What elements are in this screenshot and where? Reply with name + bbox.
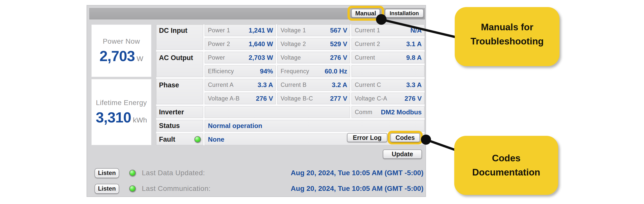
manual-button[interactable]: Manual xyxy=(351,9,380,18)
last-data-updated-value: Aug 20, 2024, Tue 10:05 AM (GMT -5:00) xyxy=(291,169,423,177)
listen-button-communication[interactable]: Listen xyxy=(95,184,119,194)
lifetime-energy-card: Lifetime Energy 3,310 kWh xyxy=(91,79,151,145)
error-log-button[interactable]: Error Log xyxy=(347,133,387,142)
metric-cell-voltage-2: Voltage 2 529 V xyxy=(277,38,350,50)
fault-ok-led-icon xyxy=(194,136,201,143)
fault-value: None xyxy=(208,136,224,143)
last-communication-label: Last Communication: xyxy=(142,185,211,193)
metric-cell-frequency: Frequency 60.0 Hz xyxy=(277,65,350,77)
metric-cell-ac-voltage: Voltage 276 V xyxy=(277,52,350,63)
installation-button[interactable]: Installation xyxy=(385,9,424,18)
metric-cell-ac-power: Power 2,703 W xyxy=(205,52,276,63)
power-now-card: Power Now 2,703 W xyxy=(91,24,151,77)
listen-button-data-updated[interactable]: Listen xyxy=(95,168,119,178)
power-now-title: Power Now xyxy=(103,37,140,45)
status-value: Normal operation xyxy=(208,122,262,130)
section-label-inverter: Inverter xyxy=(156,106,203,118)
metric-cell-power-2: Power 2 1,640 W xyxy=(205,38,276,50)
metric-cell-current-c: Current C 3.3 A xyxy=(352,79,424,91)
lifetime-energy-unit: kWh xyxy=(133,116,147,124)
lifetime-energy-title: Lifetime Energy xyxy=(96,99,147,107)
codes-callout-bubble: Codes Documentation xyxy=(454,136,558,195)
metric-cell-current-a: Current A 3.3 A xyxy=(205,79,276,91)
status-value-cell: Normal operation xyxy=(205,120,424,132)
last-communication-row: Listen Last Communication: Aug 20, 2024,… xyxy=(95,184,423,194)
metric-cell-ac-current: Current 9.8 A xyxy=(352,52,424,63)
metric-cell-voltage-ca: Voltage C-A 276 V xyxy=(352,93,424,104)
communication-led-icon xyxy=(129,185,136,192)
metric-cell-current-b: Current B 3.2 A xyxy=(277,79,350,91)
metric-cell-current-2: Current 2 3.1 A xyxy=(352,38,424,50)
section-label-ac-output: AC Output xyxy=(156,52,203,77)
codes-button[interactable]: Codes xyxy=(390,133,420,142)
manual-callout-bubble: Manuals for Troubleshooting xyxy=(455,7,559,66)
section-label-phase: Phase xyxy=(156,79,203,104)
data-updated-led-icon xyxy=(129,170,136,176)
section-label-status: Status xyxy=(156,120,203,132)
metric-cell-power-1: Power 1 1,241 W xyxy=(205,24,276,36)
power-now-unit: W xyxy=(137,55,143,63)
metric-cell-comm: Comm DM2 Modbus xyxy=(352,106,424,118)
metric-cell-current-1: Current 1 N/A xyxy=(352,24,424,36)
inverter-monitor-panel: Manual Installation Power Now 2,703 W Li… xyxy=(87,5,426,197)
section-label-dc-input: DC Input xyxy=(156,24,203,50)
metric-cell-voltage-bc: Voltage B-C 277 V xyxy=(277,93,350,104)
metrics-table: DC Input Power 1 1,241 W Voltage 1 567 V… xyxy=(156,24,424,145)
metric-cell-empty xyxy=(352,65,424,77)
update-button[interactable]: Update xyxy=(383,149,422,159)
metric-cell-voltage-1: Voltage 1 567 V xyxy=(277,24,350,36)
power-now-value: 2,703 xyxy=(99,47,135,64)
last-data-updated-row: Listen Last Data Updated: Aug 20, 2024, … xyxy=(95,168,423,178)
last-communication-value: Aug 20, 2024, Tue 10:05 AM (GMT -5:00) xyxy=(291,185,423,193)
lifetime-energy-value: 3,310 xyxy=(96,109,131,126)
inverter-empty-cell xyxy=(205,106,350,118)
metric-cell-efficiency: Efficiency 94% xyxy=(205,65,276,77)
page: Manual Installation Power Now 2,703 W Li… xyxy=(0,0,644,204)
codes-callout-line xyxy=(426,140,459,151)
metric-cell-voltage-ab: Voltage A-B 276 V xyxy=(205,93,276,104)
last-data-updated-label: Last Data Updated: xyxy=(142,169,205,177)
section-label-fault: Fault xyxy=(156,134,203,145)
